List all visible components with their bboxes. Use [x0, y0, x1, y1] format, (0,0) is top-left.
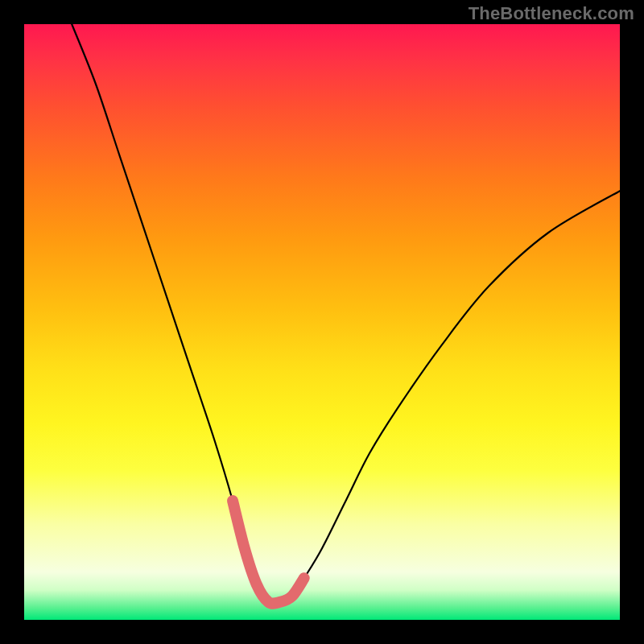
chart-svg	[24, 24, 620, 620]
chart-frame: TheBottleneck.com	[0, 0, 644, 644]
plot-background	[24, 24, 620, 620]
minimum-highlight	[233, 501, 304, 604]
bottleneck-curve	[72, 24, 620, 604]
watermark-label: TheBottleneck.com	[469, 3, 634, 24]
